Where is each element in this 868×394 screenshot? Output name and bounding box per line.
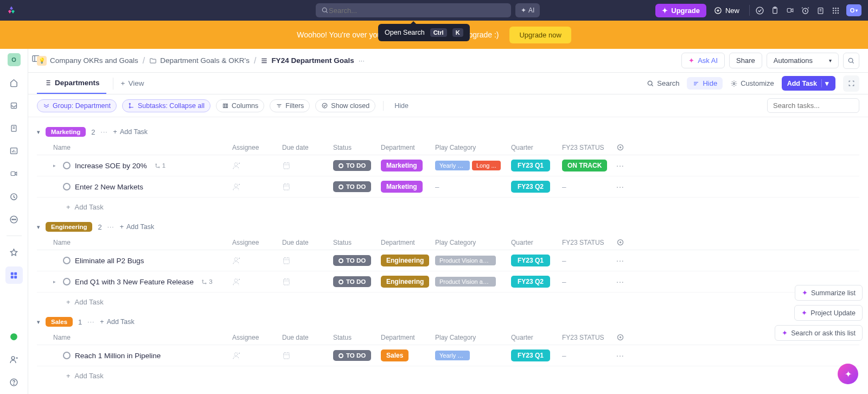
star-icon[interactable] bbox=[5, 244, 23, 261]
assignee-cell[interactable] bbox=[232, 351, 282, 360]
view-tab-departments[interactable]: Departments bbox=[37, 73, 106, 94]
quarter-pill[interactable]: FY23 Q2 bbox=[511, 181, 550, 193]
col-fy23[interactable]: FY23 STATUS bbox=[562, 334, 616, 341]
columns-chip[interactable]: Columns bbox=[216, 99, 264, 112]
expand-icon-button[interactable] bbox=[843, 75, 859, 92]
search-ask-list-button[interactable]: ✦Search or ask this list bbox=[775, 325, 863, 341]
group-pill[interactable]: Marketing bbox=[46, 127, 86, 137]
ai-button[interactable]: ✦ AI bbox=[515, 3, 540, 17]
global-search-input[interactable] bbox=[329, 7, 506, 15]
col-department[interactable]: Department bbox=[381, 239, 435, 246]
new-button[interactable]: New bbox=[714, 7, 739, 15]
breadcrumb-list[interactable]: FY24 Department Goals bbox=[260, 56, 354, 65]
hide-link[interactable]: Hide bbox=[394, 102, 409, 110]
search-icon-button[interactable] bbox=[843, 53, 859, 69]
assignee-cell[interactable] bbox=[232, 256, 282, 265]
col-play[interactable]: Play Category bbox=[435, 239, 511, 246]
workspace-avatar[interactable]: O bbox=[8, 53, 21, 66]
row-more-icon[interactable]: ··· bbox=[616, 277, 633, 286]
add-column-icon[interactable] bbox=[616, 143, 633, 151]
status-dot-icon[interactable] bbox=[63, 352, 71, 359]
assignee-cell[interactable] bbox=[232, 182, 282, 192]
view-hide[interactable]: Hide bbox=[687, 77, 723, 90]
col-department[interactable]: Department bbox=[381, 334, 435, 341]
alarm-icon[interactable] bbox=[797, 3, 813, 18]
play-pill[interactable]: Yearly OK... bbox=[435, 161, 470, 170]
app-logo-icon[interactable] bbox=[7, 5, 16, 15]
ask-ai-button[interactable]: ✦Ask AI bbox=[681, 53, 725, 68]
breadcrumb-more[interactable]: ··· bbox=[359, 56, 365, 65]
group-pill[interactable]: Engineering bbox=[46, 222, 92, 232]
status-pill[interactable]: TO DO bbox=[333, 181, 371, 192]
docs-icon[interactable] bbox=[5, 119, 23, 137]
status-dot-icon[interactable] bbox=[63, 257, 71, 264]
col-quarter[interactable]: Quarter bbox=[511, 144, 562, 151]
apps-grid-icon[interactable] bbox=[828, 3, 843, 18]
user-avatar[interactable]: O ▾ bbox=[846, 4, 861, 16]
assignee-cell[interactable] bbox=[232, 277, 282, 287]
group-collapse-icon[interactable]: ▾ bbox=[37, 129, 40, 136]
status-dot-icon[interactable] bbox=[63, 278, 71, 285]
add-column-icon[interactable] bbox=[616, 333, 633, 341]
group-add-task[interactable]: +Add Task bbox=[120, 223, 155, 231]
help-icon[interactable] bbox=[5, 373, 23, 391]
fy23-status-pill[interactable]: ON TRACK bbox=[562, 160, 607, 171]
add-task-row[interactable]: +Add Task bbox=[37, 293, 859, 309]
show-closed-chip[interactable]: Show closed bbox=[315, 99, 375, 112]
automations-button[interactable]: Automations▾ bbox=[767, 53, 839, 68]
upgrade-now-button[interactable]: Upgrade now bbox=[509, 27, 571, 43]
department-pill[interactable]: Marketing bbox=[381, 181, 423, 193]
dashboards-icon[interactable] bbox=[5, 142, 23, 160]
play-pill[interactable]: Yearly OKR Sets bbox=[435, 351, 470, 360]
col-play[interactable]: Play Category bbox=[435, 334, 511, 341]
group-pill[interactable]: Sales bbox=[46, 317, 73, 327]
row-more-icon[interactable]: ··· bbox=[616, 351, 633, 360]
department-pill[interactable]: Marketing bbox=[381, 160, 423, 171]
col-quarter[interactable]: Quarter bbox=[511, 334, 562, 341]
upgrade-button[interactable]: ✦ Upgrade bbox=[655, 4, 706, 17]
inbox-icon[interactable] bbox=[5, 97, 23, 114]
col-name[interactable]: Name bbox=[53, 144, 232, 151]
quarter-pill[interactable]: FY23 Q2 bbox=[511, 276, 550, 288]
col-assignee[interactable]: Assignee bbox=[232, 334, 282, 341]
play-pill[interactable]: Long ... bbox=[472, 161, 501, 170]
add-task-row[interactable]: +Add Task bbox=[37, 198, 859, 214]
due-cell[interactable] bbox=[282, 182, 333, 191]
check-badge-icon[interactable] bbox=[5, 328, 23, 345]
status-dot-icon[interactable] bbox=[63, 162, 71, 169]
col-department[interactable]: Department bbox=[381, 144, 435, 151]
home-icon[interactable] bbox=[5, 74, 23, 91]
search-tasks-input[interactable] bbox=[767, 98, 859, 113]
share-button[interactable]: Share bbox=[729, 53, 762, 68]
expand-icon[interactable]: ▸ bbox=[53, 279, 59, 284]
col-fy23[interactable]: FY23 STATUS bbox=[562, 239, 616, 246]
group-add-task[interactable]: +Add Task bbox=[100, 318, 135, 326]
task-row[interactable]: Reach 1 Million in Pipeline TO DO Sales … bbox=[37, 345, 859, 366]
row-more-icon[interactable]: ··· bbox=[616, 161, 633, 170]
expand-icon[interactable]: ▸ bbox=[53, 163, 59, 168]
col-name[interactable]: Name bbox=[53, 334, 232, 341]
due-cell[interactable] bbox=[282, 256, 333, 265]
breadcrumb-folder[interactable]: Department Goals & OKR's bbox=[149, 56, 250, 65]
timesheets-icon[interactable] bbox=[5, 188, 23, 205]
summarize-list-button[interactable]: ✦Summarize list bbox=[795, 285, 863, 301]
col-due[interactable]: Due date bbox=[282, 144, 333, 151]
subtasks-chip[interactable]: Subtasks: Collapse all bbox=[122, 99, 210, 112]
filters-chip[interactable]: Filters bbox=[270, 99, 310, 112]
due-cell[interactable] bbox=[282, 161, 333, 170]
view-search[interactable]: Search bbox=[647, 79, 679, 87]
subtask-count[interactable]: 3 bbox=[201, 278, 212, 285]
clipboard-icon[interactable] bbox=[767, 3, 782, 18]
status-pill[interactable]: TO DO bbox=[333, 276, 371, 287]
video-icon[interactable] bbox=[782, 3, 797, 18]
row-more-icon[interactable]: ··· bbox=[616, 182, 633, 191]
check-circle-icon[interactable] bbox=[752, 3, 767, 18]
col-assignee[interactable]: Assignee bbox=[232, 239, 282, 246]
group-more-icon[interactable]: ··· bbox=[101, 128, 108, 136]
col-assignee[interactable]: Assignee bbox=[232, 144, 282, 151]
play-pill[interactable]: Product Vision and ... bbox=[435, 256, 496, 265]
col-name[interactable]: Name bbox=[53, 239, 232, 246]
group-more-icon[interactable]: ··· bbox=[87, 318, 94, 326]
more-icon[interactable] bbox=[5, 211, 23, 228]
department-pill[interactable]: Sales bbox=[381, 349, 409, 361]
